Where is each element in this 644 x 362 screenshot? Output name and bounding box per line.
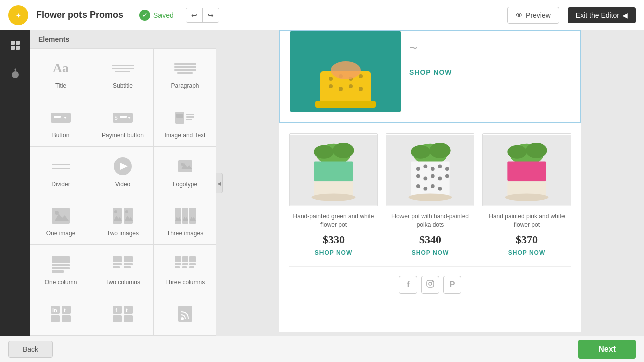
pinterest-icon: P [450,280,455,289]
element-subtitle[interactable]: Subtitle [92,49,154,98]
svg-rect-90 [314,162,353,182]
element-rss[interactable] [154,294,216,336]
collapse-panel-button[interactable]: ◀ [216,173,223,193]
svg-rect-72 [178,306,192,322]
svg-point-112 [409,193,452,201]
svg-point-107 [445,174,449,178]
svg-point-116 [526,143,547,158]
element-social-1[interactable]: in t [30,294,92,336]
check-icon: ✓ [139,10,150,21]
back-button[interactable]: Back [8,341,53,358]
divider-icon [48,156,73,176]
facebook-button[interactable]: f [399,276,417,294]
video-icon [110,156,135,176]
element-divider-label: Divider [51,180,70,188]
svg-rect-58 [189,263,196,265]
sidebar-theme-icon[interactable] [6,64,24,82]
svg-rect-32 [124,208,133,224]
element-logotype[interactable]: Logotype [154,147,216,196]
tilde-symbol: ~ [409,36,452,60]
svg-rect-50 [124,266,131,268]
element-title[interactable]: Aa Title [30,49,92,98]
hero-section[interactable]: ~ SHOP NOW [279,30,581,123]
product-shop-now-2[interactable]: SHOP NOW [508,249,545,256]
element-button[interactable]: Button [30,98,92,147]
three-images-icon [173,206,198,226]
products-grid: Hand-painted green and white flower pot … [289,133,571,256]
svg-point-104 [423,177,427,181]
svg-point-122 [432,281,433,282]
one-column-icon [48,254,73,275]
element-paragraph[interactable]: Paragraph [154,49,216,98]
element-video[interactable]: Video [92,147,154,196]
svg-point-77 [329,77,333,81]
eye-icon: 👁 [516,11,523,19]
svg-rect-56 [182,266,187,268]
element-payment-button[interactable]: $ Payment button [92,98,154,147]
logo[interactable]: ✦ [8,5,28,25]
element-two-images[interactable]: Two images [92,196,154,245]
svg-text:t: t [64,307,66,313]
paragraph-icon [173,58,198,78]
svg-rect-18 [186,119,192,120]
element-one-image[interactable]: One image [30,196,92,245]
next-button[interactable]: Next [578,340,636,359]
svg-point-101 [438,164,442,168]
element-one-column-label: One column [45,279,77,286]
svg-point-82 [339,87,343,91]
hero-shop-now-link[interactable]: SHOP NOW [409,64,452,80]
element-three-images[interactable]: Three images [154,196,216,245]
preview-button[interactable]: 👁 Preview [507,7,559,24]
svg-point-80 [359,74,363,78]
hero-text: ~ SHOP NOW [401,31,452,80]
exit-editor-button[interactable]: Exit the Editor ◀ [568,7,636,23]
element-two-images-label: Two images [107,230,139,237]
svg-point-105 [431,174,435,178]
instagram-button[interactable] [421,276,439,294]
payment-button-icon: $ [110,108,135,128]
svg-rect-43 [52,267,70,269]
product-shop-now-1[interactable]: SHOP NOW [412,249,449,256]
svg-rect-12 [120,116,127,118]
element-image-and-text[interactable]: Image and Text [154,98,216,147]
element-three-columns-label: Three columns [165,279,205,286]
svg-rect-29 [113,208,122,224]
elements-grid: Aa Title Subtitle [30,49,216,336]
subtitle-icon [110,58,135,78]
product-price-1: $340 [419,233,441,246]
element-divider[interactable]: Divider [30,147,92,196]
svg-rect-26 [52,208,70,224]
element-paragraph-label: Paragraph [171,82,199,89]
product-image-1 [386,133,474,206]
main-area: Elements ◀ Aa Title Subtitle [0,30,644,336]
product-card-2: Hand painted pink and white flower pot $… [482,133,571,256]
svg-rect-2 [11,41,15,45]
button-icon [48,108,73,128]
svg-point-102 [445,167,449,171]
svg-point-99 [423,164,427,168]
title-icon: Aa [48,58,73,78]
element-social-2[interactable]: f t [92,294,154,336]
svg-rect-16 [186,114,194,115]
pinterest-button[interactable]: P [443,276,461,294]
one-image-icon [48,206,73,226]
element-button-label: Button [52,132,70,139]
undo-button[interactable]: ↩ [186,8,203,22]
element-two-columns[interactable]: Two columns [92,245,154,294]
redo-button[interactable]: ↪ [203,8,219,22]
sidebar-grid-icon[interactable] [6,36,24,54]
svg-text:✦: ✦ [16,12,21,19]
svg-point-100 [431,167,435,171]
svg-point-95 [411,145,430,159]
sidebar-icons [0,30,30,336]
svg-rect-68 [124,306,133,314]
rss-icon [173,304,198,324]
element-one-column[interactable]: One column [30,245,92,294]
svg-point-110 [431,184,435,188]
product-shop-now-0[interactable]: SHOP NOW [315,249,352,256]
element-two-columns-label: Two columns [105,279,140,286]
svg-rect-44 [52,270,64,273]
svg-rect-35 [175,208,181,224]
bottom-bar: Back Next [0,336,644,362]
element-three-columns[interactable]: Three columns [154,245,216,294]
